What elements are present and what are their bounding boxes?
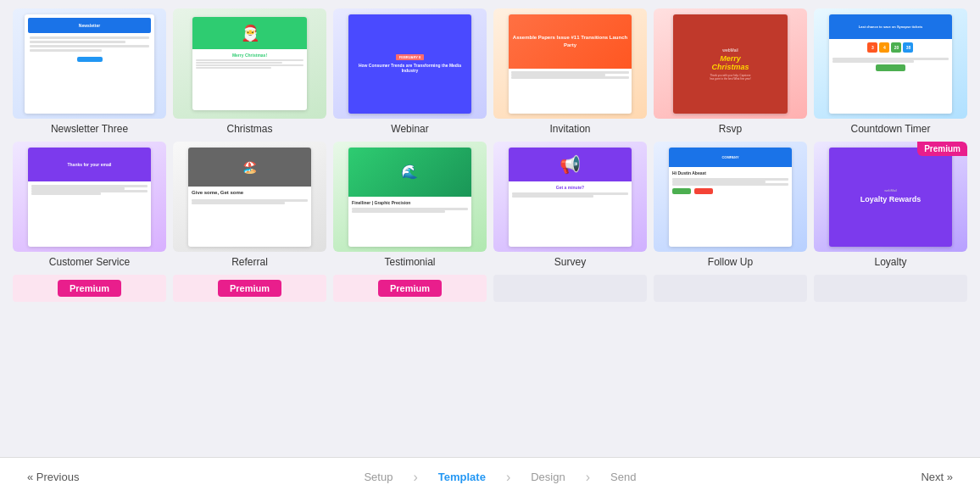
- template-label-newsletter-three: Newsletter Three: [51, 123, 128, 135]
- next-label: Next »: [921, 471, 953, 483]
- premium-cell-1: Premium: [173, 275, 326, 302]
- template-testimonial[interactable]: 🌊 Finelliner | Graphic Precision Testimo…: [333, 142, 487, 268]
- premium-cell-3: [493, 275, 647, 302]
- step-design[interactable]: Design: [514, 471, 582, 483]
- template-label-customer-service: Customer Service: [49, 256, 130, 268]
- thumbnail-countdown-timer: Last chance to save on Synapse tickets 3…: [814, 8, 967, 119]
- thumbnail-loyalty: Premium webMail Loyalty Rewards: [814, 142, 967, 252]
- thumbnail-rsvp: webMail MerryChristmas Thank you with yo…: [654, 8, 807, 119]
- webinar-date: FEBRUARY 8: [396, 54, 424, 60]
- template-countdown-timer[interactable]: Last chance to save on Synapse tickets 3…: [814, 8, 967, 135]
- premium-button-2[interactable]: Premium: [378, 280, 442, 297]
- step-template-label: Template: [438, 471, 486, 483]
- step-arrow-1: ›: [413, 470, 417, 485]
- webinar-title: How Consumer Trends are Transforming the…: [353, 63, 467, 74]
- thumbnail-follow-up: COMPANY Hi Dustin Abeast: [654, 142, 807, 252]
- thumbnail-christmas: 🎅 Merry Christmas!: [173, 8, 326, 119]
- templates-row-2: Thanks for your email Customer Service 🏖…: [13, 142, 967, 268]
- next-button[interactable]: Next »: [910, 464, 963, 490]
- thumbnail-customer-service: Thanks for your email: [13, 142, 166, 252]
- thumbnail-testimonial: 🌊 Finelliner | Graphic Precision: [333, 142, 487, 252]
- premium-cell-5: [814, 275, 967, 302]
- step-design-label: Design: [531, 471, 565, 483]
- step-arrow-2: ›: [506, 470, 510, 485]
- premium-badge-loyalty: Premium: [917, 142, 967, 156]
- template-newsletter-three[interactable]: Newsletter Newsletter Three: [13, 8, 166, 135]
- thumbnail-referral: 🏖️ Give some, Get some: [173, 142, 326, 252]
- template-label-christmas: Christmas: [226, 123, 272, 135]
- step-template[interactable]: Template: [421, 471, 503, 483]
- thumbnail-invitation: Assemble Papers Issue #11 Transitions La…: [493, 8, 647, 119]
- template-label-countdown-timer: Countdown Timer: [850, 123, 930, 135]
- loyalty-title: Loyalty Rewards: [860, 195, 922, 205]
- premium-button-1[interactable]: Premium: [218, 280, 281, 297]
- template-label-referral: Referral: [231, 256, 268, 268]
- step-setup[interactable]: Setup: [347, 471, 409, 483]
- step-send-label: Send: [610, 471, 636, 483]
- template-webinar[interactable]: FEBRUARY 8 How Consumer Trends are Trans…: [333, 8, 487, 135]
- step-send[interactable]: Send: [593, 471, 653, 483]
- testimonial-title: Finelliner | Graphic Precision: [352, 200, 468, 205]
- template-label-loyalty: Loyalty: [874, 256, 906, 268]
- template-label-rsvp: Rsvp: [719, 123, 742, 135]
- template-christmas[interactable]: 🎅 Merry Christmas! Christmas: [173, 8, 326, 135]
- template-label-survey: Survey: [554, 256, 586, 268]
- template-survey[interactable]: 📢 Get a minute? Survey: [493, 142, 647, 268]
- template-customer-service[interactable]: Thanks for your email Customer Service: [13, 142, 166, 268]
- template-label-invitation: Invitation: [549, 123, 590, 135]
- invitation-text: Assemble Papers Issue #11 Transitions La…: [509, 34, 632, 48]
- premium-cell-4: [654, 275, 807, 302]
- template-label-testimonial: Testimonial: [384, 256, 435, 268]
- templates-row-1: Newsletter Newsletter Three: [13, 8, 967, 135]
- template-label-follow-up: Follow Up: [708, 256, 753, 268]
- template-loyalty[interactable]: Premium webMail Loyalty Rewards Loyalty: [814, 142, 967, 268]
- countdown-text: Last chance to save on Synapse tickets: [859, 25, 922, 29]
- template-label-webinar: Webinar: [391, 123, 428, 135]
- main-content: Newsletter Newsletter Three: [0, 0, 980, 457]
- template-invitation[interactable]: Assemble Papers Issue #11 Transitions La…: [493, 8, 647, 135]
- referral-title: Give some, Get some: [192, 190, 308, 197]
- thumbnail-newsletter-three: Newsletter: [13, 8, 166, 119]
- step-arrow-3: ›: [586, 470, 590, 485]
- steps-breadcrumb: Setup › Template › Design › Send: [347, 470, 653, 485]
- footer-navigation: « Previous Setup › Template › Design › S…: [0, 457, 980, 496]
- step-setup-label: Setup: [364, 471, 393, 483]
- premium-cell-0: Premium: [13, 275, 166, 302]
- thumbnail-webinar: FEBRUARY 8 How Consumer Trends are Trans…: [333, 8, 487, 119]
- previous-label: « Previous: [27, 471, 79, 483]
- premium-cell-2: Premium: [333, 275, 487, 302]
- premium-row: Premium Premium Premium: [13, 275, 967, 302]
- previous-button[interactable]: « Previous: [17, 464, 89, 490]
- thumbnail-survey: 📢 Get a minute?: [493, 142, 647, 252]
- template-rsvp[interactable]: webMail MerryChristmas Thank you with yo…: [654, 8, 807, 135]
- template-follow-up[interactable]: COMPANY Hi Dustin Abeast Follow Up: [654, 142, 807, 268]
- template-referral[interactable]: 🏖️ Give some, Get some Referral: [173, 142, 326, 268]
- premium-button-0[interactable]: Premium: [58, 280, 121, 297]
